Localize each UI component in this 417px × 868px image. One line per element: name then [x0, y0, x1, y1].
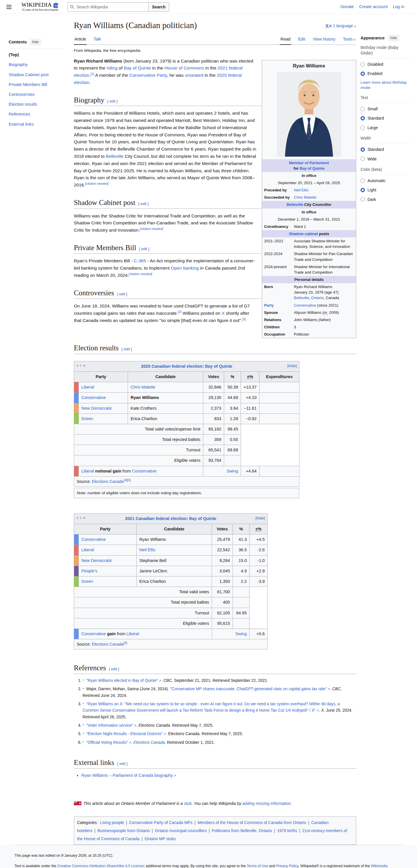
text-link[interactable]: X — [221, 311, 225, 316]
citation-needed-link[interactable]: [citation needed] — [140, 227, 163, 230]
text-link[interactable]: Liberal — [81, 469, 94, 473]
reference-link[interactable]: [6] — [124, 641, 127, 645]
text-link[interactable]: unseated — [185, 73, 203, 78]
text-link[interactable]: Elections Canada — [92, 479, 124, 484]
category-link-politicians-from-belleville-ontario[interactable]: Politicians from Belleville, Ontario — [212, 828, 272, 833]
text-link[interactable]: C-365 — [134, 258, 146, 263]
text-link[interactable]: Bay of Quinte — [189, 516, 216, 521]
text-link[interactable]: Belleville — [287, 203, 303, 207]
vte-t-link[interactable]: t — [80, 516, 81, 519]
radio-option-large[interactable]: Large — [360, 124, 410, 131]
swing-link[interactable]: Swing — [235, 631, 247, 636]
radio-option-light[interactable]: Light — [360, 187, 410, 193]
reference-link[interactable]: [4][5] — [124, 478, 130, 482]
text-link[interactable]: Belleville — [294, 296, 309, 300]
vte-t-link[interactable]: t — [80, 364, 81, 367]
category-link-conservative-party-of-canada-mps[interactable]: Conservative Party of Canada MPs — [129, 820, 192, 825]
edit-section-link[interactable]: [ edit ] — [122, 347, 132, 351]
vte-e-link[interactable]: e — [83, 516, 85, 519]
toc-link-references[interactable]: References — [9, 112, 30, 116]
text-link[interactable]: Conservative — [132, 469, 157, 473]
vte-v-link[interactable]: v — [77, 516, 78, 519]
text-link[interactable]: Bay of Quinte — [300, 166, 325, 170]
text-link[interactable]: edit — [141, 202, 147, 206]
radio-option-standard[interactable]: Standard — [360, 115, 410, 121]
tab-edit[interactable]: Edit — [297, 34, 306, 44]
text-link[interactable]: "Voter information service" — [86, 723, 133, 727]
citation-needed-link[interactable]: [citation needed] — [85, 182, 109, 185]
text-link[interactable]: 2021 Canadian federal election — [125, 516, 186, 521]
toc-link-biography[interactable]: Biography — [9, 62, 28, 67]
edit-section-link[interactable]: [ edit ] — [109, 667, 119, 671]
tab-article[interactable]: Article — [74, 34, 87, 44]
hide-table-link[interactable]: [hide] — [256, 515, 265, 521]
text-link[interactable]: Shadow cabinet — [289, 231, 318, 236]
category-link-ontario-municipal-councillors[interactable]: Ontario municipal councillors — [155, 828, 207, 833]
text-link[interactable]: adding missing information — [242, 801, 291, 806]
tab-view-history[interactable]: View history — [312, 34, 336, 44]
text-link[interactable]: 2025 Canadian federal election — [141, 364, 202, 369]
backlink-caret[interactable]: ^ — [83, 687, 85, 691]
party-link-liberal[interactable]: Liberal — [81, 385, 94, 390]
appearance-hide-button[interactable]: hide — [388, 35, 399, 41]
log-in-link[interactable]: Log in — [393, 3, 404, 10]
text-link[interactable]: edit — [111, 667, 117, 671]
toc-link-controversies[interactable]: Controversies — [9, 92, 34, 97]
radio-option-standard[interactable]: Standard — [360, 146, 410, 153]
reference-link[interactable]: [3] — [242, 317, 245, 321]
radio-option-disabled[interactable]: Disabled — [360, 61, 410, 67]
text-link[interactable]: Creative Commons Attribution-ShareAlike … — [57, 864, 144, 868]
text-link[interactable]: Conservative — [81, 631, 106, 636]
party-link-new-democratic[interactable]: New Democratic — [81, 558, 112, 563]
search-button[interactable]: Search — [149, 2, 170, 11]
succeeded-by-link[interactable]: Chris Malette — [294, 195, 317, 199]
category-link-businesspeople-from-ontario[interactable]: Businesspeople from Ontario — [97, 828, 150, 833]
text-link[interactable]: edit — [110, 99, 116, 103]
text-link[interactable]: "Ryan Williams on X: "We need our tax sy… — [83, 702, 340, 713]
donate-link[interactable]: Donate — [340, 3, 354, 10]
text-link[interactable]: Open banking — [171, 266, 199, 271]
edit-section-link[interactable]: [ edit ] — [117, 292, 127, 296]
backlink-caret[interactable]: ^ — [83, 732, 85, 736]
search-input[interactable] — [76, 4, 146, 9]
party-link-green[interactable]: Green — [81, 416, 93, 421]
vte-e-link[interactable]: e — [83, 364, 85, 367]
text-link[interactable]: edit — [141, 247, 147, 251]
toc-link-external-links[interactable]: External links — [9, 122, 34, 126]
text-link[interactable]: Member of Parliament — [289, 161, 329, 165]
text-link[interactable]: edit — [119, 762, 125, 766]
toc-link-election-results[interactable]: Election results — [9, 102, 37, 106]
language-selector[interactable]: 文A 1 language ∨ — [325, 23, 356, 29]
swing-link[interactable]: Swing — [227, 469, 238, 473]
category-link-1979-births[interactable]: 1979 births — [277, 828, 297, 833]
toc-link-private-members-bill[interactable]: Private Members Bill — [9, 82, 47, 87]
create-account-link[interactable]: Create account — [359, 3, 387, 10]
edit-section-link[interactable]: [ edit ] — [139, 247, 149, 251]
text-link[interactable]: edit — [124, 347, 130, 351]
hide-table-link[interactable]: [hide] — [287, 363, 297, 369]
text-link[interactable]: "Election Night Results - Electoral Dist… — [86, 732, 163, 736]
toc-link-top[interactable]: (Top) — [9, 53, 19, 57]
radio-option-small[interactable]: Small — [360, 106, 410, 112]
category-link-living-people[interactable]: Living people — [100, 820, 124, 825]
vte-v-link[interactable]: v — [77, 364, 78, 367]
party-link-conservative[interactable]: Conservative — [81, 395, 106, 400]
radio-option-dark[interactable]: Dark — [360, 196, 410, 203]
text-link[interactable]: Conservative — [294, 303, 316, 308]
edit-section-link[interactable]: [ edit ] — [108, 99, 118, 103]
text-link[interactable]: Bay of Quinte — [205, 364, 232, 369]
text-link[interactable]: Elections Canada — [92, 642, 124, 647]
backlink-caret[interactable]: ^ — [83, 702, 85, 706]
text-link[interactable]: "Conservative MP shares inaccurate, Chat… — [170, 687, 327, 691]
candidate-link[interactable]: Neil Ellis — [139, 548, 155, 552]
text-link[interactable]: Ryan Williams – Parliament of Canada bio… — [81, 773, 173, 778]
toc-link-shadow-cabinet-post[interactable]: Shadow Cabinet post — [9, 72, 49, 77]
text-link[interactable]: stub — [184, 801, 191, 806]
party-link-new-democratic[interactable]: New Democratic — [81, 406, 112, 410]
edit-section-link[interactable]: [ edit ] — [117, 762, 127, 766]
text-link[interactable]: Terms of Use — [247, 864, 268, 868]
wikipedia-logo[interactable]: WIKIPEDIA 25 25 years of the free encycl… — [22, 2, 59, 11]
citation-needed-link[interactable]: [citation needed] — [129, 272, 152, 276]
party-link-conservative[interactable]: Conservative — [81, 537, 106, 542]
edit-section-link[interactable]: [ edit ] — [139, 202, 149, 206]
